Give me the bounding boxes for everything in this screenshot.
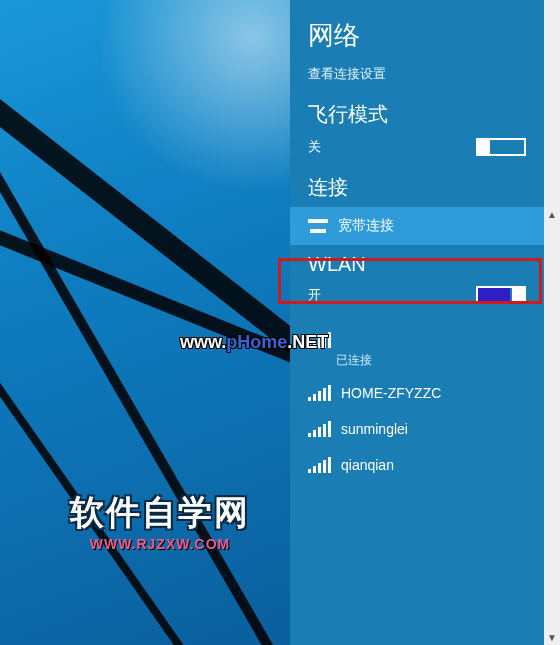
airplane-mode-toggle[interactable] bbox=[476, 138, 526, 156]
wifi-signal-icon bbox=[308, 421, 331, 437]
broadband-connection-item[interactable]: 宽带连接 bbox=[290, 207, 544, 245]
wifi-network-item[interactable]: HOME-ZFYZZC bbox=[290, 375, 544, 411]
wifi-name: qianqian bbox=[341, 457, 394, 473]
wifi-status: 已连接 bbox=[290, 352, 544, 369]
view-connection-settings-link[interactable]: 查看连接设置 bbox=[290, 65, 544, 101]
scroll-up-icon[interactable]: ▲ bbox=[544, 206, 560, 222]
broadband-icon bbox=[308, 219, 328, 233]
networks-panel: 网络 查看连接设置 飞行模式 关 连接 宽带连接 WLAN 开 已连接 bbox=[290, 0, 544, 645]
wifi-signal-icon bbox=[308, 332, 331, 348]
wifi-network-item[interactable]: qianqian bbox=[290, 447, 544, 483]
airplane-mode-title: 飞行模式 bbox=[290, 101, 544, 134]
wlan-toggle[interactable] bbox=[476, 286, 526, 304]
desktop-wallpaper bbox=[0, 0, 290, 645]
panel-title: 网络 bbox=[290, 18, 544, 65]
wifi-signal-icon bbox=[308, 385, 331, 401]
connections-title: 连接 bbox=[290, 174, 544, 207]
broadband-label: 宽带连接 bbox=[338, 217, 394, 235]
wifi-network-item[interactable]: sunminglei bbox=[290, 411, 544, 447]
scrollbar[interactable]: ▲ ▼ bbox=[544, 0, 560, 645]
wifi-name: HOME-ZFYZZC bbox=[341, 385, 441, 401]
airplane-mode-state: 关 bbox=[308, 138, 321, 156]
wlan-state: 开 bbox=[308, 286, 321, 304]
wifi-signal-icon bbox=[308, 457, 331, 473]
scroll-down-icon[interactable]: ▼ bbox=[544, 629, 560, 645]
wifi-name: sunminglei bbox=[341, 421, 408, 437]
wlan-title: WLAN bbox=[290, 253, 544, 282]
